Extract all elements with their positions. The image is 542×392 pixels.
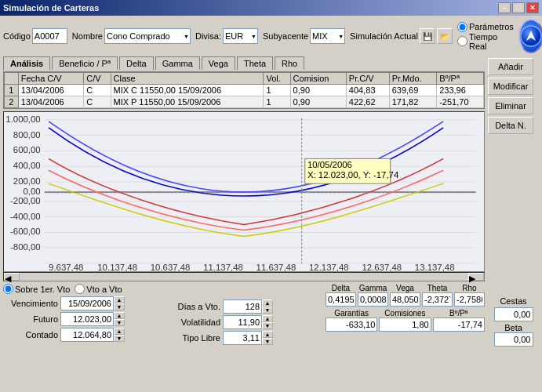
- svg-text:11.137,48: 11.137,48: [203, 263, 243, 271]
- anadir-button[interactable]: Añadir: [488, 58, 533, 75]
- venc-spin[interactable]: ▲ ▼: [60, 296, 125, 310]
- name-select[interactable]: Cono Comprado: [104, 28, 191, 44]
- tab-analisis[interactable]: Análisis: [3, 56, 50, 71]
- contado-down[interactable]: ▼: [114, 335, 125, 342]
- futuro-down[interactable]: ▼: [114, 319, 125, 326]
- tab-gamma[interactable]: Gamma: [155, 56, 200, 70]
- tipo-input[interactable]: [223, 331, 262, 345]
- col-header-prcv: Pr.C/V: [346, 73, 389, 85]
- greeks-row: Delta Gamma Vega Theta: [326, 284, 485, 307]
- garantias-value[interactable]: [326, 318, 377, 332]
- cestas-value[interactable]: [494, 307, 533, 321]
- svg-text:10/05/2006: 10/05/2006: [307, 161, 352, 170]
- svg-text:10.637,48: 10.637,48: [151, 263, 191, 271]
- delta-value[interactable]: [326, 292, 356, 307]
- contado-up[interactable]: ▲: [114, 328, 125, 335]
- vol-down[interactable]: ▼: [262, 322, 273, 329]
- dias-up[interactable]: ▲: [262, 299, 273, 307]
- vto-radio[interactable]: [75, 284, 85, 294]
- go-button[interactable]: [518, 19, 542, 53]
- rho-value[interactable]: [454, 292, 485, 307]
- cell-cv-2: C: [84, 96, 111, 108]
- tab-theta[interactable]: Theta: [237, 56, 273, 70]
- vol-input[interactable]: [223, 315, 262, 329]
- tipo-down[interactable]: ▼: [262, 338, 273, 345]
- chart-container: 1.000,00 800,00 600,00 400,00 200,00 0,0…: [3, 111, 485, 272]
- params-radio[interactable]: [457, 22, 467, 32]
- eliminar-button[interactable]: Eliminar: [488, 97, 533, 114]
- tab-vega[interactable]: Vega: [202, 56, 235, 70]
- sub-select[interactable]: MIX: [310, 28, 345, 44]
- close-button[interactable]: ✕: [526, 2, 539, 13]
- tab-delta[interactable]: Delta: [119, 56, 154, 70]
- chart-scrollbar[interactable]: ◀ ▶: [3, 272, 485, 281]
- tipo-up[interactable]: ▲: [262, 331, 273, 338]
- modificar-button[interactable]: Modificar: [488, 78, 533, 95]
- dias-spin[interactable]: ▲ ▼: [223, 299, 273, 314]
- col-header-comision: Comision: [290, 73, 346, 85]
- tipo-spin[interactable]: ▲ ▼: [223, 331, 273, 345]
- realtime-radio-item[interactable]: Tiempo Real: [457, 32, 514, 51]
- sim-label: Simulación Actual: [350, 31, 418, 41]
- maximize-button[interactable]: □: [512, 2, 525, 13]
- bottom-left: Sobre 1er. Vto Vto a Vto Vencimiento ▲: [3, 284, 162, 347]
- svg-text:-800,00: -800,00: [10, 242, 41, 252]
- futuro-input[interactable]: [60, 312, 114, 326]
- vto-radio-item[interactable]: Vto a Vto: [75, 284, 122, 294]
- delta-label: Delta: [332, 284, 350, 292]
- theta-value[interactable]: [422, 292, 453, 307]
- venc-down[interactable]: ▼: [114, 303, 125, 310]
- vol-row: Volatilidad ▲ ▼: [166, 315, 322, 329]
- gamma-value[interactable]: [358, 292, 388, 307]
- svg-text:10.137,48: 10.137,48: [97, 263, 137, 271]
- table-row[interactable]: 2 13/04/2006 C MIX P 11550,00 15/09/2006…: [5, 96, 484, 108]
- tipo-label: Tipo Libre: [166, 333, 220, 343]
- cestas-label: Cestas: [500, 296, 526, 306]
- code-input[interactable]: [32, 28, 67, 44]
- currency-label: Divisa:: [195, 31, 221, 41]
- contado-spin[interactable]: ▲ ▼: [60, 328, 125, 342]
- cell-vol-2: 1: [264, 96, 290, 108]
- svg-text:12.637,48: 12.637,48: [362, 263, 402, 271]
- vol-up[interactable]: ▲: [262, 315, 273, 322]
- params-radio-item[interactable]: Parámetros: [457, 22, 514, 32]
- svg-text:X: 12.023,00, Y: -17,74: X: 12.023,00, Y: -17,74: [307, 170, 398, 180]
- svg-text:-600,00: -600,00: [10, 227, 41, 237]
- table-row[interactable]: 1 13/04/2006 C MIX C 11550,00 15/09/2006…: [5, 85, 484, 96]
- futuro-up[interactable]: ▲: [114, 312, 125, 319]
- futuro-spin[interactable]: ▲ ▼: [60, 312, 125, 326]
- realtime-radio[interactable]: [457, 36, 467, 46]
- cell-clase-1: MIX C 11550,00 15/09/2006: [111, 85, 264, 96]
- contado-input[interactable]: [60, 328, 114, 342]
- vega-item: Vega: [390, 284, 420, 307]
- minimize-button[interactable]: –: [498, 2, 511, 13]
- delta-n-button[interactable]: Delta N.: [488, 117, 533, 134]
- scroll-right-btn[interactable]: ▶: [468, 273, 484, 281]
- svg-text:400,00: 400,00: [13, 162, 41, 171]
- beta-value[interactable]: [494, 332, 533, 347]
- open-icon-button[interactable]: 📂: [437, 28, 453, 44]
- sobre-radio-item[interactable]: Sobre 1er. Vto: [3, 284, 70, 294]
- venc-row: Vencimiento ▲ ▼: [3, 296, 162, 310]
- tab-beneficio[interactable]: Beneficio / Pª: [52, 56, 118, 70]
- col-header-cv: C/V: [84, 73, 111, 85]
- vega-value[interactable]: [390, 292, 420, 307]
- bottom-section: Sobre 1er. Vto Vto a Vto Vencimiento ▲: [3, 284, 485, 347]
- vol-spin[interactable]: ▲ ▼: [223, 315, 273, 329]
- currency-select[interactable]: EUR: [223, 28, 258, 44]
- theta-item: Theta: [422, 284, 453, 307]
- save-icon-button[interactable]: 💾: [420, 28, 435, 44]
- tab-rho[interactable]: Rho: [275, 56, 304, 70]
- comisiones-value[interactable]: [379, 318, 431, 332]
- venc-input[interactable]: [60, 296, 114, 310]
- futuro-label: Futuro: [3, 314, 58, 324]
- dias-input[interactable]: [223, 299, 262, 314]
- cell-bp-2: -251,70: [437, 96, 484, 108]
- svg-text:1.000,00: 1.000,00: [5, 114, 40, 124]
- venc-up[interactable]: ▲: [114, 296, 125, 303]
- dias-down[interactable]: ▼: [262, 307, 273, 314]
- scroll-left-btn[interactable]: ◀: [4, 273, 20, 281]
- bp-value[interactable]: [433, 318, 485, 332]
- cell-prcv-1: 404,83: [346, 85, 389, 96]
- sobre-radio[interactable]: [3, 284, 13, 294]
